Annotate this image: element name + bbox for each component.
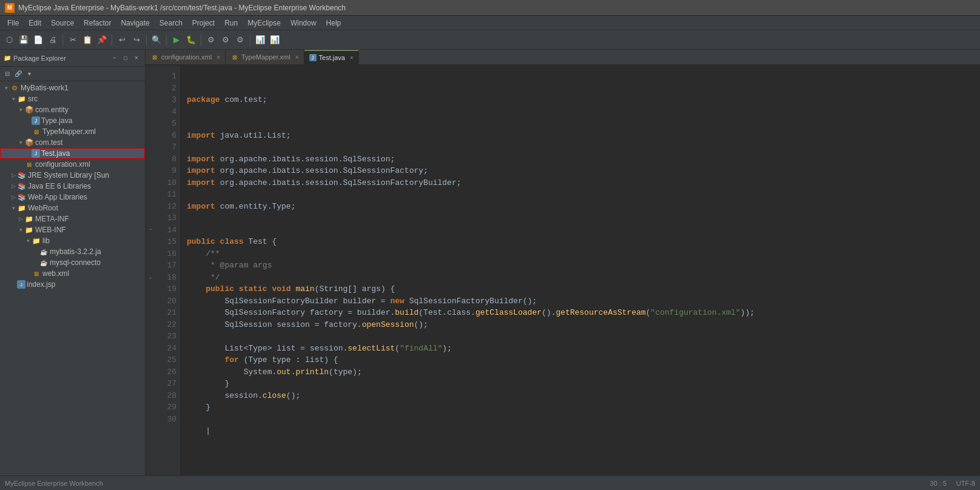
menu-window[interactable]: Window: [286, 18, 321, 29]
tab-close-test[interactable]: ×: [350, 55, 354, 61]
gutter-line-5: [146, 114, 155, 126]
toolbar-cut[interactable]: ✂: [66, 33, 79, 47]
title-bar: M MyEclipse Java Enterprise - MyBatis-wo…: [0, 0, 980, 16]
code-line-20: SqlSessionFactory factory = builder.buil…: [187, 308, 754, 317]
line-num-24: 24: [158, 343, 176, 355]
tree-item-jre[interactable]: ▷ 📚 JRE System Library [Sun: [0, 170, 145, 181]
toolbar-paste[interactable]: 📌: [95, 33, 109, 47]
toolbar-sep-3: [146, 35, 147, 45]
toolbar-misc2[interactable]: ⚙: [219, 33, 232, 47]
panel-minimize[interactable]: −: [110, 53, 119, 63]
collapse-all-btn[interactable]: ⊟: [2, 69, 12, 79]
tree-item-mybatis-jar[interactable]: ▷ ☕ mybatis-3.2.2.ja: [0, 246, 145, 257]
toolbar-save-all[interactable]: 📄: [32, 33, 45, 47]
gutter-collapse-main[interactable]: −: [146, 272, 155, 284]
icon-com-test: 📦: [24, 138, 34, 147]
toolbar-misc4[interactable]: 📊: [253, 33, 267, 47]
tab-icon-test: J: [309, 54, 317, 61]
line-num-7: 7: [158, 141, 176, 153]
panel-maximize[interactable]: □: [121, 53, 130, 63]
label-webapplib: Web App Libraries: [28, 193, 87, 201]
toolbar-print[interactable]: 🖨: [46, 33, 59, 47]
sidebar-toolbar: ⊟ 🔗 ▾: [0, 67, 145, 81]
menu-project[interactable]: Project: [187, 18, 220, 29]
line-num-18: 18: [158, 272, 176, 284]
line-num-21: 21: [158, 307, 176, 319]
code-content[interactable]: package com.test; import java.util.List;…: [180, 65, 980, 475]
toolbar-undo[interactable]: ↩: [115, 33, 129, 47]
app-name: MyEclipse Java Enterprise: [18, 4, 104, 12]
tab-test-java[interactable]: J Test.java ×: [304, 50, 359, 64]
tree-item-com-entity[interactable]: ▾ 📦 com.entity: [0, 104, 145, 115]
tree-item-com-test[interactable]: ▾ 📦 com.test: [0, 137, 145, 148]
toolbar-misc1[interactable]: ⚙: [204, 33, 218, 47]
menu-help[interactable]: Help: [321, 18, 346, 29]
sidebar-header: 📁 Package Explorer − □ ×: [0, 50, 145, 67]
label-webinf: WEB-INF: [35, 226, 66, 234]
tree-item-jee[interactable]: ▷ 📚 Java EE 6 Libraries: [0, 181, 145, 192]
toolbar-save[interactable]: 💾: [17, 33, 30, 47]
tree-item-mybatis-work1[interactable]: ▾ ⚙ MyBatis-work1: [0, 82, 145, 93]
workbench-name: MyEclipse Enterprise Workbench: [238, 4, 346, 12]
label-com-test: com.test: [35, 138, 62, 147]
gutter-line-2: [146, 78, 155, 90]
gutter: − −: [146, 65, 155, 475]
menu-file[interactable]: File: [2, 18, 24, 29]
arrow-mysql-jar: ▷: [32, 259, 39, 266]
menu-source[interactable]: Source: [46, 18, 79, 29]
toolbar-debug[interactable]: 🐛: [184, 33, 198, 47]
sidebar: 📁 Package Explorer − □ × ⊟ 🔗 ▾ ▾ ⚙ MyBat…: [0, 50, 146, 475]
toolbar-redo[interactable]: ↪: [130, 33, 143, 47]
icon-webroot: 📁: [17, 203, 27, 213]
code-line-11: import com.entity.Type;: [187, 202, 295, 211]
menu-run[interactable]: Run: [220, 18, 243, 29]
tree-item-lib[interactable]: ▾ 📁 lib: [0, 235, 145, 246]
label-type-java: Type.java: [41, 116, 72, 125]
toolbar-new[interactable]: ⬡: [2, 33, 16, 47]
tab-icon-configuration: ⊠: [150, 53, 159, 61]
link-with-editor-btn[interactable]: 🔗: [13, 69, 23, 79]
tree-item-mysql-jar[interactable]: ▷ ☕ mysql-connecto: [0, 257, 145, 268]
code-line-14: public class Test {: [187, 237, 277, 246]
tree-item-configuration-xml[interactable]: ▷ ⊠ configuration.xml: [0, 159, 145, 170]
menu-search[interactable]: Search: [155, 18, 187, 29]
label-src: src: [28, 95, 38, 103]
gutter-line-10: [146, 175, 155, 187]
tree-item-webapplib[interactable]: ▷ 📚 Web App Libraries: [0, 192, 145, 203]
tab-typemapper-xml[interactable]: ⊠ TypeMapper.xml ×: [226, 50, 304, 64]
tree-item-index-jsp[interactable]: ▷ J index.jsp: [0, 279, 145, 290]
tab-close-configuration[interactable]: ×: [216, 54, 220, 61]
toolbar-run[interactable]: ▶: [170, 33, 183, 47]
tree-item-web-xml[interactable]: ▷ ⊠ web.xml: [0, 268, 145, 279]
panel-close[interactable]: ×: [132, 53, 141, 63]
tab-configuration-xml[interactable]: ⊠ configuration.xml ×: [146, 50, 226, 64]
menu-navigate[interactable]: Navigate: [116, 18, 154, 29]
tab-close-typemapper[interactable]: ×: [295, 54, 299, 61]
arrow-jee: ▷: [10, 183, 17, 190]
code-line-2: package com.test;: [187, 95, 267, 104]
menu-myeclipse[interactable]: MyEclipse: [243, 18, 286, 29]
toolbar-copy[interactable]: 📋: [81, 33, 94, 47]
code-line-7: import org.apache.ibatis.session.SqlSess…: [187, 155, 395, 164]
toolbar-sep-5: [201, 35, 201, 45]
menu-refactor[interactable]: Refactor: [79, 18, 116, 29]
icon-type-java: J: [32, 116, 40, 125]
tree-item-test-java[interactable]: ▷ J Test.java: [0, 148, 145, 159]
code-editor[interactable]: − − 1 2 3 4 5 6 7 8 9 10 11 12 13 14: [146, 65, 980, 475]
gutter-collapse-class[interactable]: −: [146, 223, 155, 235]
toolbar-misc5[interactable]: 📊: [268, 33, 281, 47]
icon-lib: 📁: [32, 236, 41, 246]
explorer-icon: 📁: [4, 55, 11, 61]
tree-item-webinf[interactable]: ▾ 📁 WEB-INF: [0, 224, 145, 235]
toolbar-search[interactable]: 🔍: [150, 33, 163, 47]
menu-edit[interactable]: Edit: [24, 18, 46, 29]
line-num-8: 8: [158, 153, 176, 166]
tree-item-webroot[interactable]: ▾ 📁 WebRoot: [0, 203, 145, 213]
tree-item-typemapper-xml[interactable]: ▷ ⊠ TypeMapper.xml: [0, 126, 145, 137]
toolbar-misc3[interactable]: ⚙: [233, 33, 247, 47]
tree-item-src[interactable]: ▾ 📁 src: [0, 93, 145, 104]
tree-item-type-java[interactable]: ▷ J Type.java: [0, 115, 145, 126]
label-test-java: Test.java: [41, 149, 70, 158]
sidebar-menu-btn[interactable]: ▾: [24, 69, 34, 79]
tree-item-metainf[interactable]: ▷ 📁 META-INF: [0, 213, 145, 224]
